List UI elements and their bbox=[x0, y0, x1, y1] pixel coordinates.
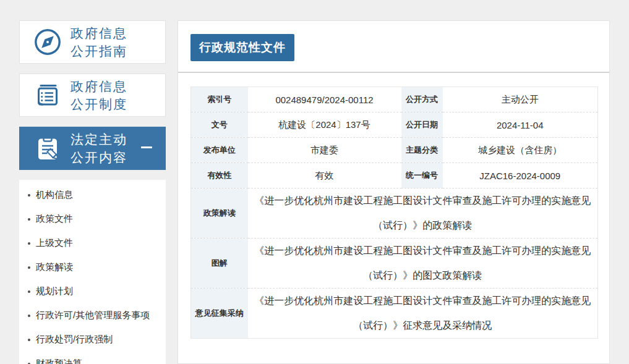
sidebar-menu-item-fiscal-budget[interactable]: 财政预决算 bbox=[19, 352, 166, 364]
card-label-line2: 公开内容 bbox=[71, 148, 127, 166]
field-label-document-number: 文号 bbox=[191, 112, 248, 138]
sidebar-card-label: 法定主动 公开内容 bbox=[71, 130, 127, 166]
page-root: 政府信息 公开指南 政府信息 公开制度 bbox=[0, 0, 629, 364]
sidebar: 政府信息 公开指南 政府信息 公开制度 bbox=[19, 20, 166, 364]
menu-item-label: 机构信息 bbox=[36, 189, 73, 201]
field-value-disclosure-date: 2024-11-04 bbox=[443, 112, 598, 138]
field-label-policy-interpretation: 政策解读 bbox=[191, 188, 248, 239]
field-label-unified-number: 统一编号 bbox=[401, 163, 443, 188]
field-value-issuing-unit: 市建委 bbox=[248, 138, 401, 163]
sidebar-menu-item-superior-docs[interactable]: 上级文件 bbox=[19, 231, 166, 255]
bullet-icon bbox=[28, 242, 30, 245]
sidebar-card-label: 政府信息 公开制度 bbox=[71, 77, 127, 113]
field-label-issuing-unit: 发布单位 bbox=[191, 138, 248, 163]
sidebar-menu-item-admin-license[interactable]: 行政许可/其他管理服务事项 bbox=[19, 303, 166, 328]
field-value-topic-category: 城乡建设（含住房） bbox=[443, 138, 598, 163]
field-label-topic-category: 主题分类 bbox=[401, 138, 443, 163]
field-label-disclosure-method: 公开方式 bbox=[401, 87, 443, 112]
field-value-validity: 有效 bbox=[248, 163, 401, 188]
field-label-graphic-interpretation: 图解 bbox=[191, 239, 248, 289]
field-value-document-number: 杭建设〔2024〕137号 bbox=[248, 112, 401, 138]
field-value-policy-interpretation-link[interactable]: 《进一步优化杭州市建设工程施工图设计文件审查及施工许可办理的实施意见（试行）》的… bbox=[248, 188, 598, 239]
table-row: 图解 《进一步优化杭州市建设工程施工图设计文件审查及施工许可办理的实施意见（试行… bbox=[191, 239, 598, 289]
field-value-graphic-interpretation-link[interactable]: 《进一步优化杭州市建设工程施工图设计文件审查及施工许可办理的实施意见（试行）》的… bbox=[248, 239, 598, 289]
sidebar-card-gov-info-rules[interactable]: 政府信息 公开制度 bbox=[19, 74, 166, 117]
table-row: 文号 杭建设〔2024〕137号 公开日期 2024-11-04 bbox=[191, 112, 598, 138]
menu-item-label: 规划计划 bbox=[36, 286, 73, 297]
clipboard-pencil-icon bbox=[33, 133, 62, 163]
menu-item-label: 行政许可/其他管理服务事项 bbox=[36, 310, 150, 321]
sidebar-menu-item-policy-interpretation[interactable]: 政策解读 bbox=[19, 255, 166, 279]
sidebar-menu-item-policy-docs[interactable]: 政策文件 bbox=[19, 207, 166, 231]
field-value-unified-number: JZAC16-2024-0009 bbox=[443, 163, 598, 188]
table-row: 意见征集采纳 《进一步优化杭州市建设工程施工图设计文件审查及施工许可办理的实施意… bbox=[191, 289, 598, 339]
card-label-line2: 公开指南 bbox=[71, 42, 127, 60]
table-row: 发布单位 市建委 主题分类 城乡建设（含住房） bbox=[191, 138, 598, 163]
field-label-comment-solicitation: 意见征集采纳 bbox=[191, 289, 248, 339]
field-value-index-number: 002489479/2024-00112 bbox=[248, 87, 401, 112]
card-label-line2: 公开制度 bbox=[71, 95, 127, 113]
table-row: 政策解读 《进一步优化杭州市建设工程施工图设计文件审查及施工许可办理的实施意见（… bbox=[191, 188, 598, 239]
field-label-index-number: 索引号 bbox=[191, 87, 248, 112]
bullet-icon bbox=[28, 218, 30, 221]
card-label-line1: 政府信息 bbox=[71, 24, 127, 42]
sidebar-card-statutory-disclosure[interactable]: 法定主动 公开内容 bbox=[19, 127, 166, 170]
sidebar-menu-item-admin-penalty[interactable]: 行政处罚/行政强制 bbox=[19, 328, 166, 352]
section-header: 行政规范性文件 bbox=[178, 21, 609, 73]
sidebar-card-gov-info-guide[interactable]: 政府信息 公开指南 bbox=[19, 20, 166, 64]
card-label-line1: 法定主动 bbox=[71, 130, 127, 148]
field-label-validity: 有效性 bbox=[191, 163, 248, 188]
menu-item-label: 财政预决算 bbox=[36, 358, 82, 364]
main-panel: 行政规范性文件 索引号 002489479/2024-00112 公开方式 主动… bbox=[178, 20, 610, 364]
book-list-icon bbox=[33, 80, 62, 110]
sidebar-menu-item-planning[interactable]: 规划计划 bbox=[19, 279, 166, 303]
field-value-comment-solicitation-link[interactable]: 《进一步优化杭州市建设工程施工图设计文件审查及施工许可办理的实施意见（试行）》征… bbox=[248, 289, 598, 339]
compass-icon bbox=[33, 27, 62, 57]
bullet-icon bbox=[28, 339, 30, 341]
section-tab-normative-documents[interactable]: 行政规范性文件 bbox=[190, 34, 294, 61]
sidebar-card-label: 政府信息 公开指南 bbox=[71, 24, 127, 60]
menu-item-label: 政策文件 bbox=[36, 213, 73, 225]
menu-item-label: 行政处罚/行政强制 bbox=[36, 334, 113, 345]
menu-item-label: 上级文件 bbox=[36, 237, 73, 249]
field-label-disclosure-date: 公开日期 bbox=[401, 112, 443, 138]
field-value-disclosure-method: 主动公开 bbox=[443, 87, 598, 112]
bullet-icon bbox=[28, 315, 30, 317]
card-label-line1: 政府信息 bbox=[71, 77, 127, 95]
bullet-icon bbox=[28, 290, 30, 293]
sidebar-menu: 机构信息 政策文件 上级文件 政策解读 规划计划 行政许可/其他管理服务事项 bbox=[19, 180, 166, 364]
bullet-icon bbox=[28, 266, 30, 269]
table-row: 索引号 002489479/2024-00112 公开方式 主动公开 bbox=[191, 87, 598, 112]
sidebar-menu-item-org-info[interactable]: 机构信息 bbox=[19, 183, 166, 207]
table-row: 有效性 有效 统一编号 JZAC16-2024-0009 bbox=[191, 163, 598, 188]
minus-icon[interactable] bbox=[141, 146, 152, 148]
bullet-icon bbox=[28, 194, 30, 197]
document-info-table: 索引号 002489479/2024-00112 公开方式 主动公开 文号 杭建… bbox=[190, 87, 598, 339]
menu-item-label: 政策解读 bbox=[36, 261, 73, 273]
